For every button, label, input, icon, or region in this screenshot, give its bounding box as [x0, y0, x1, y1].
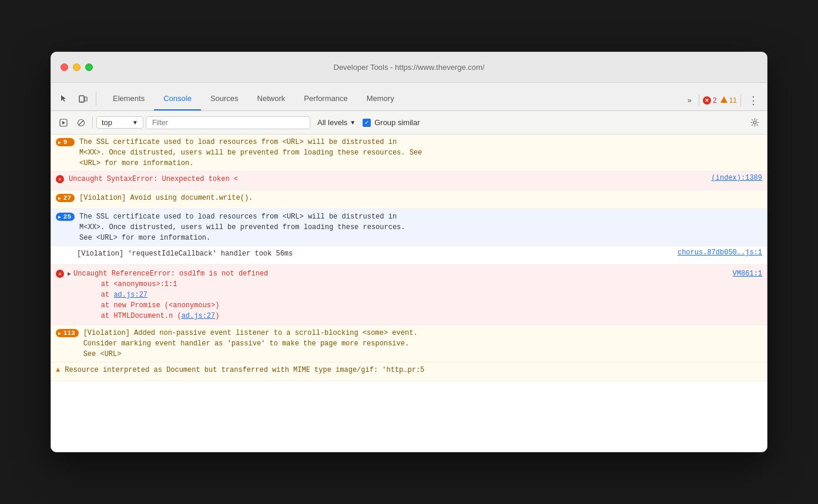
badge-25: ▶ 25	[56, 213, 75, 221]
console-toolbar: top ▼ All levels ▼ ✓ Group similar	[51, 111, 767, 135]
tab-network[interactable]: Network	[248, 87, 295, 110]
play-icon-3: ▶	[58, 196, 61, 201]
execute-script-button[interactable]	[56, 115, 71, 130]
toolbar-divider	[96, 92, 96, 106]
expand-icon-6[interactable]: ▶	[68, 270, 71, 277]
tab-performance[interactable]: Performance	[294, 87, 357, 110]
badge-9: ▶ 9	[56, 138, 75, 146]
stack-line-3: at new Promise (<anonymous>)	[84, 300, 219, 311]
tab-elements-label: Elements	[113, 94, 145, 103]
badge-113: ▶ 113	[56, 329, 79, 337]
minimize-button[interactable]	[73, 63, 81, 71]
tab-performance-label: Performance	[304, 94, 347, 103]
traffic-lights	[61, 63, 93, 71]
checkbox-icon: ✓	[363, 119, 371, 127]
svg-rect-1	[85, 97, 87, 101]
stack-link-adjs2[interactable]: ad.js:27	[182, 312, 216, 320]
title-bar: Developer Tools - https://www.theverge.c…	[51, 52, 767, 83]
context-value: top	[102, 118, 112, 127]
warn-triangle-8: ▲	[56, 366, 60, 374]
log-text-2: Uncaught SyntaxError: Unexpected token <	[69, 174, 712, 184]
window-title: Developer Tools - https://www.theverge.c…	[334, 63, 485, 72]
log-source-6[interactable]: VM861:1	[733, 270, 762, 278]
errors-count: 2	[713, 96, 717, 105]
levels-label: All levels	[317, 118, 347, 127]
clear-console-button[interactable]	[73, 115, 89, 130]
close-button[interactable]	[61, 63, 68, 71]
log-entry-7: ▶ 113 [Violation] Added non-passive even…	[51, 325, 767, 362]
log-entry-2: ✕ Uncaught SyntaxError: Unexpected token…	[51, 172, 767, 190]
levels-dropdown[interactable]: All levels ▼	[313, 117, 360, 128]
log-icon-4: ▶ 25	[56, 213, 75, 221]
svg-point-2	[81, 101, 82, 102]
context-dropdown-icon: ▼	[132, 119, 138, 126]
svg-line-5	[79, 120, 83, 125]
log-icon-1: ▶ 9	[56, 138, 75, 146]
log-text-7: [Violation] Added non-passive event list…	[83, 328, 762, 359]
toolbar-right: » ✕ 2 11 ⋮	[684, 93, 762, 110]
block-icon	[77, 119, 85, 127]
play-icon-4: ▶	[58, 214, 61, 220]
log-text-8: Resource interpreted as Document but tra…	[65, 365, 762, 375]
log-entry-6: ✕ ▶ Uncaught ReferenceError: osdlfm is n…	[51, 265, 767, 325]
device-toggle-button[interactable]	[75, 90, 91, 107]
stack-line-4: at HTMLDocument.n (ad.js:27)	[84, 311, 219, 321]
log-text-1: The SSL certificate used to load resourc…	[79, 137, 762, 169]
badge-9-count: 9	[63, 139, 68, 146]
right-divider2	[740, 95, 741, 106]
cursor-icon	[59, 94, 69, 103]
devtools-window: Developer Tools - https://www.theverge.c…	[51, 52, 767, 452]
stack-line-2: at ad.js:27	[84, 290, 219, 300]
group-similar-checkbox[interactable]: ✓ Group similar	[363, 118, 420, 127]
log-entry-3: ▶ 27 [Violation] Avoid using document.wr…	[51, 190, 767, 209]
tab-memory[interactable]: Memory	[357, 87, 404, 110]
play-icon-1: ▶	[58, 140, 61, 145]
log-source-2[interactable]: (index):1389	[712, 174, 762, 182]
error-icon: ✕	[703, 96, 711, 105]
inspect-element-button[interactable]	[56, 90, 72, 107]
gear-icon	[750, 118, 759, 127]
log-entry-1: ▶ 9 The SSL certificate used to load res…	[51, 135, 767, 172]
log-text-3: [Violation] Avoid using document.write()…	[79, 193, 762, 203]
device-icon	[78, 94, 88, 103]
badge-27: ▶ 27	[56, 194, 75, 202]
log-icon-2: ✕	[56, 175, 64, 183]
log-row-5: [Violation] 'requestIdleCallback' handle…	[77, 248, 762, 259]
log-header-6: ✕ ▶ Uncaught ReferenceError: osdlfm is n…	[56, 268, 762, 279]
tab-sources[interactable]: Sources	[201, 87, 248, 110]
log-text-4: The SSL certificate used to load resourc…	[79, 211, 762, 243]
log-text-6: Uncaught ReferenceError: osdlfm is not d…	[73, 268, 733, 279]
log-entry-8: ▲ Resource interpreted as Document but t…	[51, 362, 767, 381]
badge-113-count: 113	[63, 330, 75, 337]
more-options-button[interactable]: ⋮	[745, 94, 762, 107]
toolbar-divider2	[92, 117, 93, 129]
tab-elements[interactable]: Elements	[103, 87, 154, 110]
group-similar-label: Group similar	[374, 118, 420, 127]
errors-badge: ✕ 2	[703, 96, 717, 105]
tab-sources-label: Sources	[210, 94, 239, 103]
tab-memory-label: Memory	[367, 94, 394, 103]
badge-25-count: 25	[63, 213, 71, 220]
log-source-5[interactable]: chorus.87db050….js:1	[678, 248, 762, 257]
right-divider	[699, 95, 699, 106]
play-icon-7: ▶	[58, 331, 61, 336]
tab-console-label: Console	[163, 94, 192, 103]
tab-console[interactable]: Console	[154, 87, 201, 110]
warnings-count: 11	[729, 96, 737, 105]
stack-link-adjs[interactable]: ad.js:27	[113, 291, 147, 299]
error-x-icon-2: ✕	[56, 175, 64, 183]
log-icon-8: ▲	[56, 366, 60, 374]
log-row-2: Uncaught SyntaxError: Unexpected token <…	[69, 174, 762, 184]
warning-icon	[720, 96, 728, 103]
stack-line-1: at <anonymous>:1:1	[84, 279, 219, 290]
log-entry-5: [Violation] 'requestIdleCallback' handle…	[51, 246, 767, 265]
maximize-button[interactable]	[85, 63, 93, 71]
warnings-badge: 11	[720, 96, 737, 105]
play-icon	[59, 119, 68, 127]
context-selector[interactable]: top ▼	[96, 116, 143, 129]
filter-input[interactable]	[146, 116, 310, 129]
svg-point-6	[753, 121, 756, 124]
more-tabs-button[interactable]: »	[684, 93, 695, 107]
settings-button[interactable]	[747, 115, 762, 130]
tab-network-label: Network	[257, 94, 286, 103]
